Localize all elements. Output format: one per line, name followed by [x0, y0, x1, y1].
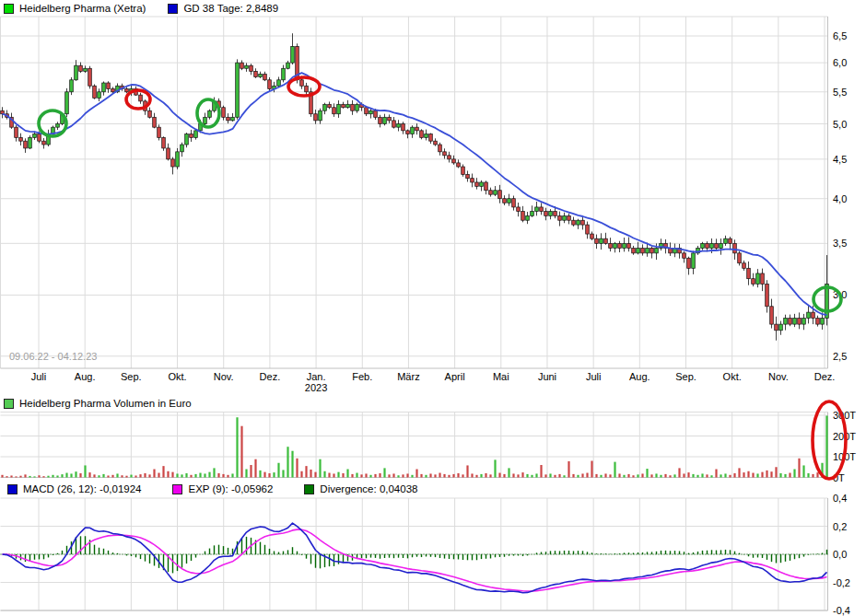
axis-tick-label: 3,5 — [833, 238, 847, 249]
axis-tick-label: 6,5 — [833, 30, 847, 41]
month-label: Sep. — [675, 371, 696, 382]
month-label: Jan. — [307, 371, 326, 382]
axis-tick-label: 0,0 — [833, 549, 847, 560]
chart-window: Heidelberg Pharma (Xetra) GD 38 Tage: 2,… — [0, 0, 866, 616]
price-plot-area[interactable] — [1, 17, 828, 368]
axis-tick-label: 0,4 — [833, 493, 847, 504]
axis-tick-label: -0,4 — [833, 605, 850, 616]
month-label: Juli — [586, 371, 602, 382]
volume-plot-area[interactable] — [1, 413, 828, 478]
price-x-axis: JuliAug.Sep.Okt.Nov.Dez.Jan.Feb.MärzApri… — [31, 371, 836, 393]
year-label: 2023 — [305, 382, 327, 393]
month-label: Mai — [493, 371, 509, 382]
axis-tick-label: 0,2 — [833, 521, 847, 532]
axis-tick-label: 2,5 — [833, 351, 847, 362]
month-label: Juni — [538, 371, 556, 382]
month-label: Nov. — [768, 371, 789, 382]
month-label: Juli — [31, 371, 47, 382]
axis-tick-label: 5,5 — [833, 87, 847, 98]
month-label: Okt. — [723, 371, 742, 382]
month-label: Aug. — [629, 371, 650, 382]
month-label: Okt. — [168, 371, 186, 382]
month-label: Dez. — [260, 371, 281, 382]
axis-tick-label: 6,0 — [833, 57, 847, 68]
axis-tick-label: 5,0 — [833, 119, 847, 130]
month-label: Dez. — [814, 371, 836, 382]
month-label: Aug. — [75, 371, 96, 382]
month-label: Feb. — [352, 371, 372, 382]
month-label: März — [397, 371, 419, 382]
axis-tick-label: 4,5 — [833, 154, 847, 165]
axis-tick-label: 4,0 — [833, 193, 847, 204]
macd-plot-area[interactable] — [1, 498, 828, 610]
axis-tick-label: -0,2 — [833, 577, 850, 588]
month-label: Nov. — [214, 371, 234, 382]
price-y-axis: 6,56,05,55,04,54,03,53,02,5 — [833, 30, 847, 362]
month-label: April — [445, 371, 465, 382]
month-label: Sep. — [121, 371, 142, 382]
charts-canvas[interactable]: 6,56,05,55,04,54,03,53,02,5JuliAug.Sep.O… — [0, 0, 866, 616]
macd-y-axis: 0,40,20,0-0,2-0,4 — [833, 493, 850, 616]
